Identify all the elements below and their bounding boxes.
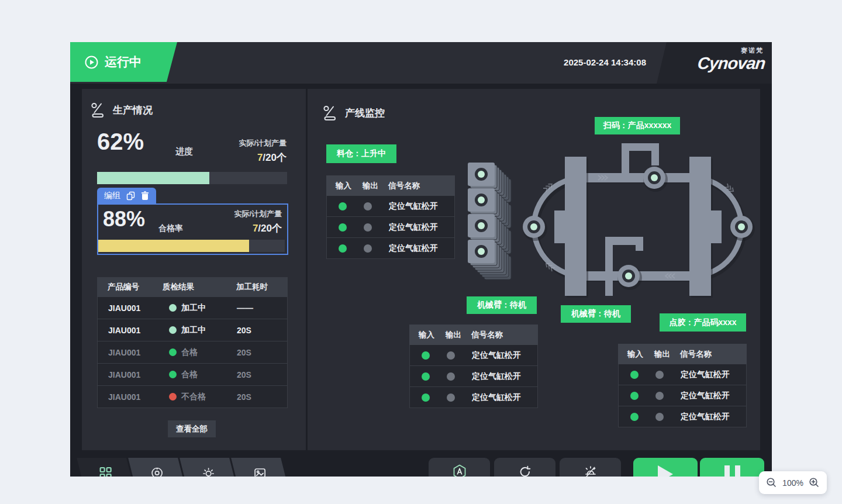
input-dot bbox=[339, 244, 347, 253]
zoom-out-button[interactable] bbox=[766, 477, 777, 488]
status-dot bbox=[169, 304, 177, 312]
quality-plan-block: 实际/计划产量 7/20个 bbox=[234, 209, 282, 235]
line-monitor-panel: 产线监控 bbox=[308, 89, 760, 450]
zoom-out-icon bbox=[766, 477, 777, 488]
line-node bbox=[643, 167, 668, 192]
input-dot bbox=[422, 393, 430, 402]
alarm-icon bbox=[583, 464, 598, 477]
top-bar: 运行中 2025-02-24 14:34:08 赛诺梵 Cynovan bbox=[70, 42, 772, 84]
input-dot bbox=[339, 202, 347, 210]
group-tag[interactable]: 编组 bbox=[97, 188, 156, 203]
signal-header: 输入 输出 信号名称 bbox=[409, 325, 538, 345]
status-dot bbox=[169, 371, 177, 378]
reset-button[interactable] bbox=[494, 458, 555, 477]
delete-icon[interactable] bbox=[141, 191, 149, 201]
toolbar-actions bbox=[429, 458, 621, 477]
panel-title-text: 生产情况 bbox=[113, 103, 153, 117]
signal-header: 输入 输出 信号名称 bbox=[618, 344, 747, 364]
input-dot bbox=[630, 371, 639, 379]
col-duration: 加工耗时 bbox=[236, 282, 288, 292]
run-controls bbox=[633, 458, 764, 477]
plan-value: 7/20个 bbox=[239, 151, 287, 164]
table-row: JIAU001 不合格 20S bbox=[97, 386, 288, 408]
silo-stack bbox=[468, 163, 511, 279]
tab-brightness[interactable] bbox=[180, 458, 237, 477]
status-dot bbox=[169, 348, 177, 356]
tab-image[interactable] bbox=[231, 458, 289, 477]
brand-area: 赛诺梵 Cynovan bbox=[657, 42, 772, 84]
hexagon-a-icon bbox=[453, 464, 467, 477]
signal-row: 定位气缸松开 bbox=[326, 217, 455, 238]
run-status-badge: 运行中 bbox=[70, 42, 177, 82]
plan-label: 实际/计划产量 bbox=[239, 138, 287, 149]
badge-arm-2: 机械臂：待机 bbox=[561, 305, 631, 323]
tab-dashboard[interactable] bbox=[77, 458, 134, 477]
output-dot bbox=[655, 413, 664, 421]
input-dot bbox=[630, 392, 639, 400]
output-dot bbox=[655, 392, 664, 400]
badge-arm-1: 机械臂：待机 bbox=[467, 296, 537, 314]
table-row: JIAU001 加工中 20S bbox=[97, 319, 288, 341]
signal-row: 定位气缸松开 bbox=[409, 366, 538, 387]
production-panel: 生产情况 62% 进度 实际/计划产量 7/20个 编组 bbox=[82, 89, 306, 450]
signal-row: 定位气缸松开 bbox=[326, 238, 455, 259]
zoom-in-icon bbox=[809, 477, 820, 488]
pause-button[interactable] bbox=[700, 458, 764, 477]
zoom-control: 100% bbox=[759, 471, 827, 494]
alarm-button[interactable] bbox=[560, 458, 621, 477]
progress-label: 进度 bbox=[175, 146, 193, 157]
col-qc-result: 质检结果 bbox=[163, 282, 236, 292]
grid-icon bbox=[99, 467, 112, 477]
output-dot bbox=[447, 393, 455, 402]
status-dot bbox=[169, 326, 177, 334]
col-product-id: 产品编号 bbox=[97, 282, 163, 292]
quality-label: 合格率 bbox=[158, 223, 183, 234]
badge-glue: 点胶：产品码xxxx bbox=[660, 313, 746, 332]
output-dot bbox=[655, 371, 664, 379]
table-row: JIAU001 加工中 —— bbox=[97, 297, 288, 319]
progress-plan-block: 实际/计划产量 7/20个 bbox=[239, 138, 287, 164]
quality-bar-fill bbox=[98, 240, 249, 252]
status-dot bbox=[169, 393, 177, 401]
plan-label: 实际/计划产量 bbox=[234, 209, 282, 219]
signal-table-glue: 输入 输出 信号名称 定位气缸松开 定位气缸松开 定位气缸松开 bbox=[618, 344, 747, 427]
clock: 2025-02-24 14:34:08 bbox=[564, 57, 646, 67]
signal-table-arm: 输入 输出 信号名称 定位气缸松开 定位气缸松开 定位气缸松开 bbox=[409, 325, 538, 408]
group-tag-label: 编组 bbox=[104, 191, 120, 201]
signal-row: 定位气缸松开 bbox=[409, 345, 538, 366]
signal-row: 定位气缸松开 bbox=[618, 364, 747, 385]
stats-icon bbox=[91, 102, 105, 118]
signal-row: 定位气缸松开 bbox=[618, 385, 747, 406]
line-node bbox=[617, 265, 642, 290]
zoom-level: 100% bbox=[782, 478, 803, 488]
signal-row: 定位气缸松开 bbox=[409, 387, 538, 408]
output-dot bbox=[364, 223, 372, 232]
signal-row: 定位气缸松开 bbox=[326, 196, 455, 217]
copy-icon[interactable] bbox=[126, 191, 135, 201]
signal-header: 输入 输出 信号名称 bbox=[326, 175, 455, 196]
play-circle-icon bbox=[85, 56, 98, 69]
output-dot bbox=[447, 372, 455, 381]
panel-title-text: 产线监控 bbox=[345, 106, 385, 120]
view-all-button[interactable]: 查看全部 bbox=[168, 420, 216, 437]
quality-selection-box[interactable]: 88% 合格率 实际/计划产量 7/20个 bbox=[97, 203, 288, 255]
input-dot bbox=[422, 372, 430, 381]
output-dot bbox=[364, 202, 372, 210]
start-button[interactable] bbox=[633, 458, 698, 477]
table-header: 产品编号 质检结果 加工耗时 bbox=[97, 277, 288, 297]
quality-percent: 88% bbox=[103, 207, 145, 232]
tab-gauge[interactable] bbox=[128, 458, 186, 477]
gauge-icon bbox=[150, 467, 163, 477]
play-icon bbox=[658, 465, 673, 477]
image-icon bbox=[253, 467, 266, 477]
brand-logo: Cynovan bbox=[696, 54, 766, 73]
run-status-label: 运行中 bbox=[105, 54, 142, 70]
badge-scan: 扫码：产品xxxxxx bbox=[595, 117, 680, 134]
stats-icon bbox=[323, 105, 337, 121]
auto-mode-button[interactable] bbox=[429, 458, 490, 477]
zoom-in-button[interactable] bbox=[809, 477, 820, 488]
production-line-diagram bbox=[460, 136, 764, 311]
refresh-icon bbox=[518, 464, 532, 477]
signal-table-silo: 输入 输出 信号名称 定位气缸松开 定位气缸松开 定位气缸松开 bbox=[326, 175, 455, 259]
table-row: JIAU001 合格 20S bbox=[97, 364, 288, 386]
